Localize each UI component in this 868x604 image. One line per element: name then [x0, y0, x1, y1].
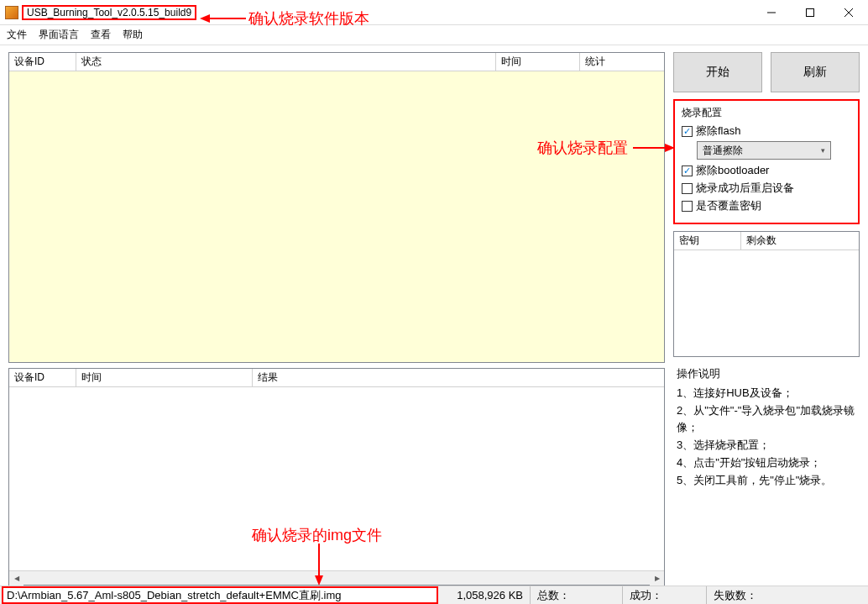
- chevron-down-icon: ▾: [821, 146, 825, 155]
- horizontal-scrollbar[interactable]: ◀ ▶: [9, 570, 664, 585]
- status-success: 成功：: [623, 586, 707, 604]
- start-button[interactable]: 开始: [673, 52, 762, 92]
- instruction-step: 3、选择烧录配置；: [677, 437, 856, 454]
- overwrite-key-row[interactable]: 是否覆盖密钥: [682, 198, 851, 213]
- erase-bootloader-label: 擦除bootloader: [696, 163, 769, 178]
- checkbox-unchecked-icon[interactable]: [682, 201, 693, 212]
- svg-rect-1: [807, 8, 814, 16]
- result-table: 设备ID 时间 结果 ◀ ▶: [8, 368, 665, 586]
- scroll-right-button[interactable]: ▶: [650, 571, 664, 586]
- instruction-step: 2、从"文件"-"导入烧录包"加载烧录镜像；: [677, 402, 856, 438]
- status-filesize: 1,058,926 KB: [438, 586, 531, 604]
- erase-mode-select[interactable]: 普通擦除 ▾: [697, 141, 831, 160]
- erase-flash-row[interactable]: ✓ 擦除flash: [682, 123, 851, 139]
- window-title: USB_Burning_Tool_v2.0.5.15_build9: [22, 5, 196, 20]
- reboot-after-label: 烧录成功后重启设备: [696, 181, 794, 196]
- table-header: 密钥 剩余数: [674, 232, 859, 250]
- table-header: 设备ID 状态 时间 统计: [9, 53, 664, 71]
- col-key[interactable]: 密钥: [674, 232, 741, 249]
- menu-file[interactable]: 文件: [7, 28, 27, 42]
- erase-flash-label: 擦除flash: [696, 123, 740, 139]
- checkbox-unchecked-icon[interactable]: [682, 183, 693, 194]
- instruction-step: 1、连接好HUB及设备；: [677, 385, 856, 402]
- device-table-body[interactable]: [9, 71, 664, 362]
- menu-help[interactable]: 帮助: [123, 28, 143, 42]
- instruction-step: 5、关闭工具前，先"停止"烧录。: [677, 472, 856, 490]
- erase-mode-value: 普通擦除: [703, 144, 743, 158]
- refresh-button[interactable]: 刷新: [771, 52, 860, 92]
- statusbar: D:\Armbian_5.67_Aml-s805_Debian_stretch_…: [0, 586, 868, 604]
- checkbox-checked-icon[interactable]: ✓: [682, 126, 693, 137]
- erase-bootloader-row[interactable]: ✓ 擦除bootloader: [682, 163, 851, 178]
- table-header: 设备ID 时间 结果: [9, 369, 664, 387]
- action-buttons: 开始 刷新: [673, 52, 860, 92]
- col-device-id[interactable]: 设备ID: [9, 53, 76, 71]
- status-fail: 失败数：: [707, 586, 868, 604]
- reboot-after-row[interactable]: 烧录成功后重启设备: [682, 181, 851, 196]
- left-column: 设备ID 状态 时间 统计 设备ID 时间 结果 ◀ ▶: [8, 52, 665, 586]
- col-result[interactable]: 结果: [253, 369, 664, 386]
- instructions-panel: 操作说明 1、连接好HUB及设备； 2、从"文件"-"导入烧录包"加载烧录镜像；…: [673, 364, 860, 586]
- window-controls: [752, 0, 868, 25]
- config-title: 烧录配置: [682, 106, 851, 120]
- col-time[interactable]: 时间: [496, 53, 580, 71]
- col-stats[interactable]: 统计: [580, 53, 664, 71]
- menu-view[interactable]: 查看: [91, 28, 111, 42]
- titlebar: USB_Burning_Tool_v2.0.5.15_build9: [0, 0, 868, 25]
- main-content: 设备ID 状态 时间 统计 设备ID 时间 结果 ◀ ▶ 开始: [0, 45, 868, 586]
- maximize-button[interactable]: [791, 0, 829, 25]
- col-remaining[interactable]: 剩余数: [741, 232, 859, 249]
- col-status[interactable]: 状态: [76, 53, 496, 71]
- checkbox-checked-icon[interactable]: ✓: [682, 165, 693, 176]
- instructions-title: 操作说明: [677, 365, 856, 383]
- minimize-button[interactable]: [752, 0, 791, 25]
- instruction-step: 4、点击"开始"按钮启动烧录；: [677, 454, 856, 472]
- menubar: 文件 界面语言 查看 帮助: [0, 25, 868, 45]
- col-device-id[interactable]: 设备ID: [9, 369, 76, 386]
- right-column: 开始 刷新 烧录配置 ✓ 擦除flash 普通擦除 ▾ ✓ 擦除bootload…: [673, 52, 860, 586]
- status-filepath: D:\Armbian_5.67_Aml-s805_Debian_stretch_…: [2, 586, 438, 604]
- device-status-table: 设备ID 状态 时间 统计: [8, 52, 665, 363]
- scroll-left-button[interactable]: ◀: [9, 571, 24, 586]
- overwrite-key-label: 是否覆盖密钥: [696, 198, 761, 213]
- status-total: 总数：: [531, 586, 623, 604]
- key-table: 密钥 剩余数: [673, 231, 860, 357]
- col-time[interactable]: 时间: [76, 369, 253, 386]
- result-table-body[interactable]: [9, 387, 664, 570]
- app-icon: [5, 6, 18, 19]
- close-button[interactable]: [829, 0, 868, 25]
- burn-config-panel: 烧录配置 ✓ 擦除flash 普通擦除 ▾ ✓ 擦除bootloader 烧录成…: [673, 99, 860, 224]
- menu-language[interactable]: 界面语言: [39, 28, 79, 42]
